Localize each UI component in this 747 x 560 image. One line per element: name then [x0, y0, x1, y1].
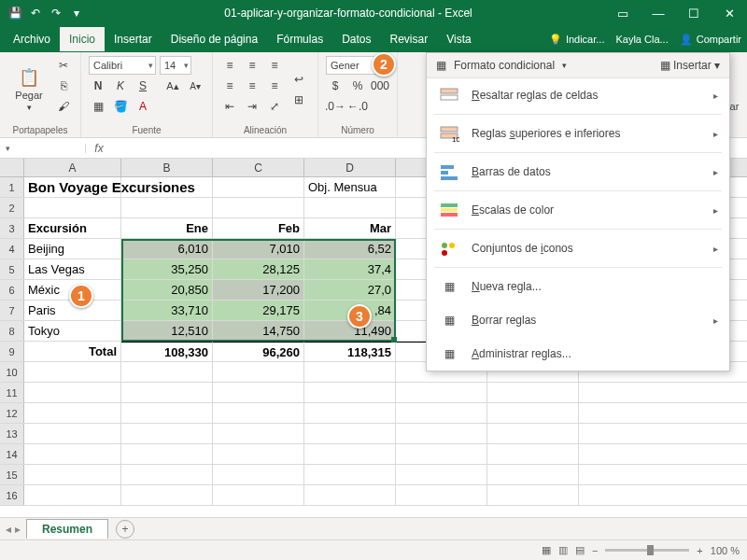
svg-rect-5	[441, 165, 454, 169]
wrap-text-icon[interactable]: ↩	[288, 70, 310, 89]
font-size-combo[interactable]: 14	[160, 56, 191, 75]
menu-color-scales[interactable]: Escalas de color	[427, 193, 729, 227]
svg-text:10: 10	[452, 135, 459, 142]
comma-icon[interactable]: 000	[371, 77, 389, 95]
tab-formulas[interactable]: Fórmulas	[267, 27, 332, 51]
menu-manage-rules[interactable]: ▦ Administrar reglas...	[427, 337, 729, 371]
cell-A1[interactable]: Bon Voyage Excursiones	[24, 177, 121, 197]
indent-inc-icon[interactable]: ⇥	[243, 97, 261, 116]
share-icon[interactable]: 👤	[680, 34, 693, 46]
currency-icon[interactable]: $	[326, 77, 345, 95]
align-bot-icon[interactable]: ≡	[265, 56, 284, 75]
col-B[interactable]: B	[121, 159, 213, 176]
bulb-icon[interactable]: 💡	[549, 34, 562, 46]
redo-icon[interactable]: ↷	[49, 7, 63, 20]
italic-icon[interactable]: K	[111, 77, 130, 95]
tab-revisar[interactable]: Revisar	[381, 27, 438, 51]
group-font: Fuente	[89, 123, 204, 135]
cond-format-button[interactable]: Formato condicional	[454, 59, 555, 72]
svg-point-11	[442, 243, 447, 248]
border-icon[interactable]: ▦	[89, 97, 107, 116]
shrink-font-icon[interactable]: A▾	[186, 77, 204, 95]
zoom-out-icon[interactable]: −	[592, 545, 598, 556]
row-3[interactable]: 3	[0, 218, 24, 238]
grow-font-icon[interactable]: A▴	[163, 77, 182, 95]
save-icon[interactable]: 💾	[7, 7, 22, 20]
window-minimize-icon[interactable]: —	[641, 7, 676, 21]
data-bars-icon	[438, 162, 460, 181]
tab-datos[interactable]: Datos	[332, 27, 380, 51]
tell-me[interactable]: Indicar...	[566, 34, 605, 45]
zoom-level[interactable]: 100 %	[711, 545, 740, 556]
new-sheet-button[interactable]: +	[116, 520, 134, 539]
window-close-icon[interactable]: ✕	[712, 7, 747, 21]
align-top-icon[interactable]: ≡	[220, 56, 239, 75]
align-mid-icon[interactable]: ≡	[243, 56, 261, 75]
underline-icon[interactable]: S	[134, 77, 152, 95]
tab-archivo[interactable]: Archivo	[4, 27, 60, 51]
menu-top-bottom[interactable]: 10 Reglas superiores e inferiores	[427, 117, 729, 150]
name-box[interactable]	[0, 144, 86, 153]
menu-clear-rules[interactable]: ▦ Borrar reglas	[427, 303, 729, 337]
align-center-icon[interactable]: ≡	[243, 77, 261, 95]
indent-dec-icon[interactable]: ⇤	[220, 97, 239, 116]
sheet-nav-first-icon[interactable]: ◂	[6, 523, 11, 536]
inc-decimal-icon[interactable]: .0→	[326, 97, 345, 116]
format-painter-icon[interactable]: 🖌	[54, 97, 73, 116]
manage-rules-icon: ▦	[438, 344, 460, 363]
align-right-icon[interactable]: ≡	[265, 77, 284, 95]
paste-button[interactable]: 📋 Pegar ▾	[7, 56, 50, 123]
merge-icon[interactable]: ⊞	[288, 91, 310, 109]
window-full-icon[interactable]: ▭	[605, 7, 641, 21]
percent-icon[interactable]: %	[348, 77, 367, 95]
quick-access-toolbar: 💾 ↶ ↷ ▾	[0, 7, 92, 20]
zoom-in-icon[interactable]: +	[697, 545, 702, 556]
col-D[interactable]: D	[304, 159, 396, 176]
tab-inicio[interactable]: Inicio	[60, 27, 105, 51]
font-combo[interactable]: Calibri	[89, 56, 156, 75]
cell-D1[interactable]: Obj. Mensua	[304, 177, 396, 197]
title-bar: 💾 ↶ ↷ ▾ 01-aplicar-y-organizar-formato-c…	[0, 0, 747, 26]
svg-rect-0	[441, 89, 458, 93]
tab-insertar[interactable]: Insertar	[105, 27, 162, 51]
group-align: Alineación	[220, 123, 310, 135]
view-pagebreak-icon[interactable]: ▤	[575, 544, 585, 556]
insert-cells-button[interactable]: ▦ Insertar ▾	[660, 59, 720, 72]
ribbon-tabs: Archivo Inicio Insertar Diseño de página…	[0, 26, 747, 52]
select-all[interactable]	[0, 159, 24, 176]
share-button[interactable]: Compartir	[697, 34, 741, 45]
color-scales-icon	[438, 201, 460, 219]
fx-icon[interactable]: fx	[86, 142, 112, 155]
sheet-tab-resumen[interactable]: Resumen	[26, 519, 108, 539]
align-left-icon[interactable]: ≡	[220, 77, 239, 95]
menu-data-bars[interactable]: Barras de datos	[427, 155, 729, 189]
view-layout-icon[interactable]: ▥	[558, 544, 568, 556]
svg-rect-9	[441, 208, 458, 212]
cut-icon[interactable]: ✂	[54, 56, 73, 75]
menu-new-rule[interactable]: ▦ Nueva regla...	[427, 270, 729, 303]
tab-vista[interactable]: Vista	[437, 27, 480, 51]
copy-icon[interactable]: ⎘	[54, 77, 73, 95]
zoom-slider[interactable]	[605, 549, 689, 552]
icon-sets-icon	[438, 239, 460, 258]
bold-icon[interactable]: N	[89, 77, 107, 95]
fill-color-icon[interactable]: 🪣	[111, 97, 130, 116]
font-color-icon[interactable]: A	[134, 97, 152, 116]
menu-icon-sets[interactable]: Conjuntos de iconos	[427, 231, 729, 265]
window-maximize-icon[interactable]: ☐	[676, 7, 712, 21]
qat-more-icon[interactable]: ▾	[69, 7, 84, 20]
row-2[interactable]: 2	[0, 198, 24, 217]
menu-highlight-rules[interactable]: RResaltar reglas de celdasesaltar reglas…	[427, 78, 729, 112]
svg-rect-1	[441, 95, 458, 100]
dec-decimal-icon[interactable]: ←.0	[348, 97, 367, 116]
row-1[interactable]: 1	[0, 177, 24, 197]
col-C[interactable]: C	[213, 159, 304, 176]
orientation-icon[interactable]: ⤢	[265, 97, 284, 116]
new-rule-icon: ▦	[438, 277, 460, 296]
view-normal-icon[interactable]: ▦	[542, 544, 551, 556]
col-A[interactable]: A	[24, 159, 121, 176]
undo-icon[interactable]: ↶	[28, 7, 43, 20]
user-name[interactable]: Kayla Cla...	[615, 34, 668, 45]
tab-diseno[interactable]: Diseño de página	[162, 27, 267, 51]
sheet-nav-last-icon[interactable]: ▸	[15, 523, 21, 536]
